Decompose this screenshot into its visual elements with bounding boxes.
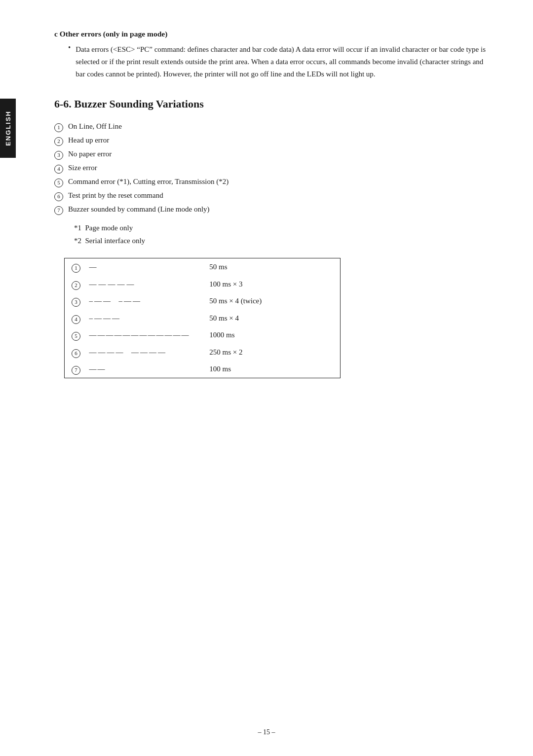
table-row: 5 ———————————— 1000 ms xyxy=(65,326,341,344)
item-text-3: No paper error xyxy=(68,148,112,160)
footnote-1-text: Page mode only xyxy=(85,224,133,232)
table-row: 4 –——— 50 ms × 4 xyxy=(65,310,341,327)
table-cell-num: 3 –—— –—— xyxy=(65,292,203,310)
list-item: 2 Head up error xyxy=(54,134,489,146)
section-c-heading: c Other errors (only in page mode) xyxy=(54,30,489,38)
table-num-6: 6 xyxy=(72,349,80,358)
table-num-5: 5 xyxy=(72,332,80,341)
dash-6: ———— ———— xyxy=(89,347,167,358)
buzzer-table: 1 — 50 ms 2 ————— 100 ms × 3 3 –—— –—— 5… xyxy=(64,258,341,378)
table-cell-timing-1: 50 ms xyxy=(202,258,340,276)
table-num-2: 2 xyxy=(72,281,80,290)
table-num-3: 3 xyxy=(72,298,80,307)
item-num-2: 2 xyxy=(54,137,63,146)
table-row: 3 –—— –—— 50 ms × 4 (twice) xyxy=(65,292,341,310)
item-text-2: Head up error xyxy=(68,134,109,146)
list-item: 7 Buzzer sounded by command (Line mode o… xyxy=(54,203,489,215)
side-tab-label: ENGLISH xyxy=(4,110,12,146)
table-row: 7 —— 100 ms xyxy=(65,360,341,378)
table-cell-timing-7: 100 ms xyxy=(202,360,340,378)
table-cell-num: 7 —— xyxy=(65,360,203,378)
table-cell-num: 4 –——— xyxy=(65,310,203,327)
table-cell-num: 6 ———— ———— xyxy=(65,344,203,361)
section-66-heading: 6-6. Buzzer Sounding Variations xyxy=(54,98,489,110)
section-c: c Other errors (only in page mode) • Dat… xyxy=(54,30,489,80)
list-item: 3 No paper error xyxy=(54,148,489,160)
item-num-4: 4 xyxy=(54,165,63,174)
item-text-7: Buzzer sounded by command (Line mode onl… xyxy=(68,203,210,215)
item-text-1: On Line, Off Line xyxy=(68,120,122,132)
item-num-6: 6 xyxy=(54,192,63,201)
list-item: 4 Size error xyxy=(54,162,489,174)
section-c-text: Data errors (<ESC> “PC” command: defines… xyxy=(76,43,489,80)
table-cell-timing-4: 50 ms × 4 xyxy=(202,310,340,327)
dash-3: –—— –—— xyxy=(89,295,142,307)
dash-2: ————— xyxy=(89,279,136,290)
item-num-1: 1 xyxy=(54,123,63,132)
item-num-5: 5 xyxy=(54,179,63,187)
footnote-2-key: *2 xyxy=(74,237,85,245)
list-item: 5 Command error (*1), Cutting error, Tra… xyxy=(54,176,489,187)
item-text-5: Command error (*1), Cutting error, Trans… xyxy=(68,176,228,187)
table-cell-timing-5: 1000 ms xyxy=(202,326,340,344)
dash-4: –——— xyxy=(89,313,121,324)
footnote-2: *2 Serial interface only xyxy=(74,235,489,248)
buzzer-list: 1 On Line, Off Line 2 Head up error 3 No… xyxy=(54,120,489,215)
list-item: 6 Test print by the reset command xyxy=(54,189,489,201)
table-num-4: 4 xyxy=(72,315,80,324)
footnote-1-key: *1 xyxy=(74,224,85,232)
footnote-2-text: Serial interface only xyxy=(85,237,146,245)
item-num-7: 7 xyxy=(54,206,63,215)
table-cell-num: 5 ———————————— xyxy=(65,326,203,344)
bullet-symbol: • xyxy=(68,43,71,80)
dash-7: —— xyxy=(89,363,106,375)
table-row: 6 ———— ———— 250 ms × 2 xyxy=(65,344,341,361)
table-cell-timing-2: 100 ms × 3 xyxy=(202,276,340,293)
table-row: 1 — 50 ms xyxy=(65,258,341,276)
footnotes: *1 Page mode only *2 Serial interface on… xyxy=(74,222,489,247)
footnote-1: *1 Page mode only xyxy=(74,222,489,235)
page: ENGLISH c Other errors (only in page mod… xyxy=(0,0,533,756)
table-cell-timing-3: 50 ms × 4 (twice) xyxy=(202,292,340,310)
item-num-3: 3 xyxy=(54,151,63,160)
side-tab: ENGLISH xyxy=(0,99,16,158)
section-c-bullet: • Data errors (<ESC> “PC” command: defin… xyxy=(54,43,489,80)
table-num-7: 7 xyxy=(72,366,80,375)
table-num-1: 1 xyxy=(72,264,80,273)
item-text-4: Size error xyxy=(68,162,97,174)
table-cell-timing-6: 250 ms × 2 xyxy=(202,344,340,361)
dash-1: — xyxy=(89,261,98,273)
item-text-6: Test print by the reset command xyxy=(68,189,163,201)
page-number: – 15 – xyxy=(258,728,275,736)
dash-5: ———————————— xyxy=(89,329,190,341)
table-cell-num: 1 — xyxy=(65,258,203,276)
table-cell-num: 2 ————— xyxy=(65,276,203,293)
list-item: 1 On Line, Off Line xyxy=(54,120,489,132)
table-row: 2 ————— 100 ms × 3 xyxy=(65,276,341,293)
